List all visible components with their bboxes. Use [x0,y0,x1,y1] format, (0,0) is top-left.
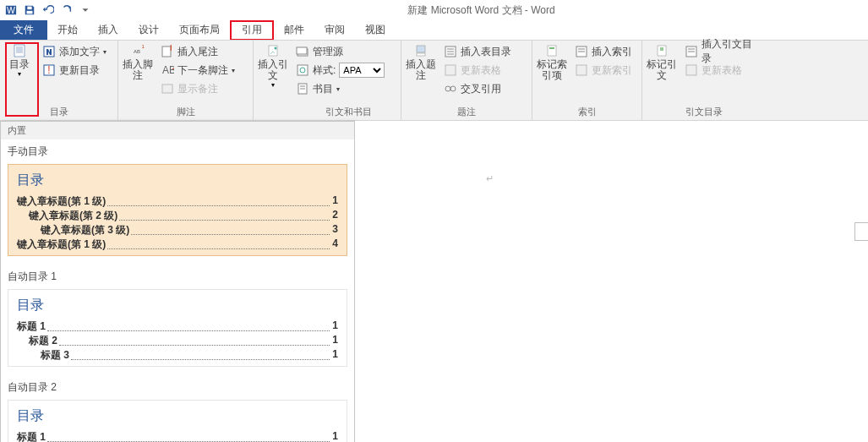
update-toc-button[interactable]: !更新目录 [39,61,110,79]
insert-endnote-button[interactable]: i插入尾注 [157,42,238,61]
toc-button[interactable]: 目录 ▾ [0,41,39,104]
tab-references[interactable]: 引用 [230,20,274,40]
svg-rect-37 [548,46,556,56]
svg-text:W: W [7,5,15,15]
next-footnote-icon: AB1 [161,63,174,77]
svg-rect-29 [417,53,425,56]
svg-text:1: 1 [172,63,174,72]
gallery-item-auto2[interactable]: 目录 标题 11标题 21标题 31 [8,400,347,442]
insert-caption-label: 插入题注 [401,59,440,81]
preview-row: 键入章标题(第 2 级)2 [17,209,338,223]
preview-row: 键入章标题(第 3 级)3 [17,223,338,237]
citation-style-select[interactable]: APA [339,63,385,78]
svg-rect-2 [27,7,31,10]
redo-icon[interactable] [57,1,76,19]
group-toa-label: 引文目录 [642,104,765,120]
bibliography-button[interactable]: 书目▾ [292,79,388,98]
update-index-button: 更新索引 [571,61,636,79]
gallery-header: 内置 [1,122,354,139]
tab-design[interactable]: 设计 [128,20,169,40]
tab-home[interactable]: 开始 [47,20,88,40]
insert-toa-button[interactable]: 插入引文目录 [681,42,765,61]
footnote-icon: AB1 [131,44,145,57]
add-text-button[interactable]: 添加文字▾ [39,42,110,61]
svg-point-35 [445,86,450,91]
group-caption-label: 题注 [401,104,532,120]
preview-row: 标题 11 [17,319,338,334]
document-area[interactable]: ↵ [355,121,868,442]
insert-citation-label: 插入引文 [254,59,292,81]
insert-tof-button[interactable]: 插入表目录 [440,42,515,61]
chevron-down-icon: ▾ [271,81,275,89]
tab-review[interactable]: 审阅 [314,20,355,40]
tab-file[interactable]: 文件 [0,20,47,40]
preview-rows-auto2: 标题 11标题 21标题 31 [17,430,338,442]
preview-row: 键入章标题(第 1 级)4 [17,237,338,252]
collapse-handle[interactable] [854,222,868,241]
preview-rows-auto1: 标题 11标题 21标题 31 [17,319,338,363]
manage-sources-button[interactable]: 管理源 [292,42,388,61]
toc-label: 目录 [9,59,30,70]
insert-footnote-button[interactable]: AB1 插入脚注 [118,41,157,104]
svg-rect-38 [549,47,554,49]
citation-icon [266,44,280,57]
gallery-item-manual[interactable]: 目录 键入章标题(第 1 级)1键入章标题(第 2 级)2键入章标题(第 3 级… [8,164,347,256]
gallery-item-auto1[interactable]: 目录 标题 11标题 21标题 31 [8,289,347,367]
svg-point-36 [450,86,456,91]
mark-entry-icon [545,44,559,57]
show-notes-icon [161,82,174,95]
citation-style-row[interactable]: 样式: APA [292,61,388,79]
undo-icon[interactable] [39,1,57,19]
qat-customize-icon[interactable] [76,1,95,19]
tab-mail[interactable]: 邮件 [274,20,314,40]
svg-point-20 [275,47,277,50]
group-toc-label: 目录 [0,104,117,120]
svg-rect-3 [27,11,33,14]
group-footnote-label: 脚注 [118,104,253,120]
svg-rect-28 [417,46,425,52]
insert-index-icon [575,45,588,58]
quick-access-toolbar: W [0,1,95,19]
show-notes-button: 显示备注 [157,79,238,98]
save-icon[interactable] [20,1,39,19]
insert-citation-button[interactable]: 插入引文 ▾ [254,41,292,104]
svg-rect-34 [445,65,456,75]
insert-caption-button[interactable]: 插入题注 [401,41,440,104]
svg-text:!: ! [47,64,50,76]
paragraph-mark: ↵ [486,173,494,184]
group-citation-label: 引文和书目 [254,104,401,120]
insert-footnote-label: 插入脚注 [118,59,157,81]
next-footnote-button[interactable]: AB1下一条脚注▾ [157,61,238,79]
tab-layout[interactable]: 页面布局 [169,20,230,40]
group-index-label: 索引 [532,104,641,120]
update-tof-icon [444,63,457,77]
window-title: 新建 Microsoft Word 文档 - Word [95,3,868,18]
cross-ref-button[interactable]: 交叉引用 [440,79,515,98]
tab-view[interactable]: 视图 [355,20,396,40]
insert-index-button[interactable]: 插入索引 [571,42,636,61]
chevron-down-icon: ▾ [18,70,21,78]
mark-citation-label: 标记引文 [642,59,681,81]
toc-gallery: 内置 手动目录 目录 键入章标题(第 1 级)1键入章标题(第 2 级)2键入章… [0,121,355,442]
ribbon: 目录 ▾ 添加文字▾ !更新目录 目录 AB1 插入脚注 i插入尾注 AB1下一… [0,41,868,121]
svg-rect-23 [298,65,308,75]
tab-insert[interactable]: 插入 [88,20,128,40]
endnote-icon: i [161,45,174,58]
preview-rows-manual: 键入章标题(第 1 级)1键入章标题(第 2 级)2键入章标题(第 3 级)3键… [17,194,338,252]
preview-row: 键入章标题(第 1 级)1 [17,194,338,209]
bibliography-icon [296,82,309,95]
mark-entry-button[interactable]: 标记索引项 [532,41,571,104]
update-toa-icon [685,63,698,77]
svg-rect-18 [162,85,172,93]
tof-icon [444,45,457,58]
cross-ref-icon [444,82,457,95]
titlebar: W 新建 Microsoft Word 文档 - Word [0,0,868,20]
svg-rect-42 [576,65,587,75]
preview-row: 标题 21 [17,334,338,348]
preview-heading: 目录 [17,172,338,189]
svg-rect-43 [658,46,666,56]
word-app-icon[interactable]: W [2,1,20,19]
insert-toa-icon [685,45,698,58]
mark-citation-button[interactable]: 标记引文 [642,41,681,104]
gallery-item-manual-title: 手动目录 [1,139,354,161]
